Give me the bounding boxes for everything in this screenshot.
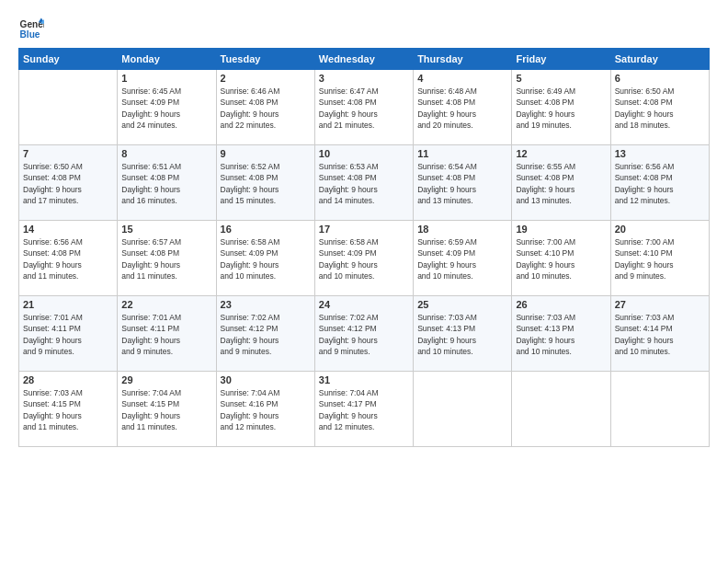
day-cell: 18Sunrise: 6:59 AMSunset: 4:09 PMDayligh… — [414, 221, 512, 296]
day-info: Sunrise: 6:59 AMSunset: 4:09 PMDaylight:… — [417, 236, 507, 282]
day-number: 28 — [23, 374, 113, 385]
day-number: 29 — [121, 374, 211, 385]
day-cell: 28Sunrise: 7:03 AMSunset: 4:15 PMDayligh… — [19, 372, 118, 447]
day-cell: 17Sunrise: 6:58 AMSunset: 4:09 PMDayligh… — [314, 221, 413, 296]
day-number: 18 — [417, 224, 507, 235]
day-number: 7 — [23, 148, 113, 159]
col-header-friday: Friday — [512, 49, 610, 70]
day-number: 27 — [615, 299, 705, 310]
day-cell: 23Sunrise: 7:02 AMSunset: 4:12 PMDayligh… — [216, 296, 314, 372]
day-number: 24 — [319, 299, 409, 310]
day-info: Sunrise: 6:54 AMSunset: 4:08 PMDaylight:… — [417, 161, 507, 206]
day-cell: 12Sunrise: 6:55 AMSunset: 4:08 PMDayligh… — [512, 145, 610, 221]
day-cell: 9Sunrise: 6:52 AMSunset: 4:08 PMDaylight… — [216, 145, 314, 221]
day-info: Sunrise: 6:49 AMSunset: 4:08 PMDaylight:… — [516, 86, 606, 131]
logo-icon: General Blue — [18, 17, 44, 42]
day-number: 14 — [23, 224, 113, 235]
col-header-wednesday: Wednesday — [314, 49, 413, 70]
day-number: 1 — [121, 73, 211, 84]
day-number: 30 — [221, 374, 311, 385]
day-cell: 13Sunrise: 6:56 AMSunset: 4:08 PMDayligh… — [610, 145, 709, 221]
day-info: Sunrise: 7:03 AMSunset: 4:13 PMDaylight:… — [417, 312, 507, 357]
day-number: 9 — [221, 148, 311, 159]
day-cell: 7Sunrise: 6:50 AMSunset: 4:08 PMDaylight… — [19, 145, 118, 221]
col-header-thursday: Thursday — [414, 49, 512, 70]
day-cell: 21Sunrise: 7:01 AMSunset: 4:11 PMDayligh… — [19, 296, 118, 372]
day-cell: 15Sunrise: 6:57 AMSunset: 4:08 PMDayligh… — [118, 221, 216, 296]
day-info: Sunrise: 7:03 AMSunset: 4:14 PMDaylight:… — [615, 312, 705, 357]
day-info: Sunrise: 7:02 AMSunset: 4:12 PMDaylight:… — [221, 312, 311, 357]
day-info: Sunrise: 6:45 AMSunset: 4:09 PMDaylight:… — [121, 86, 211, 131]
week-row-1: 1Sunrise: 6:45 AMSunset: 4:09 PMDaylight… — [19, 70, 710, 145]
day-cell: 8Sunrise: 6:51 AMSunset: 4:08 PMDaylight… — [118, 145, 216, 221]
day-number: 5 — [516, 73, 606, 84]
day-info: Sunrise: 7:01 AMSunset: 4:11 PMDaylight:… — [121, 312, 211, 357]
day-cell: 14Sunrise: 6:56 AMSunset: 4:08 PMDayligh… — [19, 221, 118, 296]
page: General Blue SundayMondayTuesdayWednesda… — [0, 0, 728, 563]
day-info: Sunrise: 7:04 AMSunset: 4:15 PMDaylight:… — [121, 387, 211, 432]
day-info: Sunrise: 6:55 AMSunset: 4:08 PMDaylight:… — [516, 161, 606, 206]
day-cell: 4Sunrise: 6:48 AMSunset: 4:08 PMDaylight… — [414, 70, 512, 145]
week-row-4: 21Sunrise: 7:01 AMSunset: 4:11 PMDayligh… — [19, 296, 710, 372]
day-cell: 5Sunrise: 6:49 AMSunset: 4:08 PMDaylight… — [512, 70, 610, 145]
day-number: 22 — [121, 299, 211, 310]
day-number: 4 — [417, 73, 507, 84]
svg-text:Blue: Blue — [20, 29, 40, 40]
day-info: Sunrise: 6:57 AMSunset: 4:08 PMDaylight:… — [121, 236, 211, 282]
day-cell: 27Sunrise: 7:03 AMSunset: 4:14 PMDayligh… — [610, 296, 709, 372]
day-number: 6 — [615, 73, 705, 84]
day-info: Sunrise: 6:51 AMSunset: 4:08 PMDaylight:… — [121, 161, 211, 206]
day-info: Sunrise: 7:00 AMSunset: 4:10 PMDaylight:… — [615, 236, 705, 282]
day-info: Sunrise: 6:53 AMSunset: 4:08 PMDaylight:… — [319, 161, 409, 206]
day-number: 20 — [615, 224, 705, 235]
day-cell: 2Sunrise: 6:46 AMSunset: 4:08 PMDaylight… — [216, 70, 314, 145]
day-number: 21 — [23, 299, 113, 310]
day-number: 12 — [516, 148, 606, 159]
day-info: Sunrise: 6:48 AMSunset: 4:08 PMDaylight:… — [417, 86, 507, 131]
header-row: SundayMondayTuesdayWednesdayThursdayFrid… — [19, 49, 710, 70]
week-row-3: 14Sunrise: 6:56 AMSunset: 4:08 PMDayligh… — [19, 221, 710, 296]
day-cell: 3Sunrise: 6:47 AMSunset: 4:08 PMDaylight… — [314, 70, 413, 145]
day-cell: 29Sunrise: 7:04 AMSunset: 4:15 PMDayligh… — [118, 372, 216, 447]
day-info: Sunrise: 7:03 AMSunset: 4:13 PMDaylight:… — [516, 312, 606, 357]
day-number: 13 — [615, 148, 705, 159]
header: General Blue — [18, 17, 710, 42]
day-cell: 16Sunrise: 6:58 AMSunset: 4:09 PMDayligh… — [216, 221, 314, 296]
day-info: Sunrise: 6:56 AMSunset: 4:08 PMDaylight:… — [23, 236, 113, 282]
day-cell: 30Sunrise: 7:04 AMSunset: 4:16 PMDayligh… — [216, 372, 314, 447]
day-info: Sunrise: 7:01 AMSunset: 4:11 PMDaylight:… — [23, 312, 113, 357]
day-cell: 6Sunrise: 6:50 AMSunset: 4:08 PMDaylight… — [610, 70, 709, 145]
day-number: 11 — [417, 148, 507, 159]
week-row-2: 7Sunrise: 6:50 AMSunset: 4:08 PMDaylight… — [19, 145, 710, 221]
day-info: Sunrise: 7:00 AMSunset: 4:10 PMDaylight:… — [516, 236, 606, 282]
day-cell: 25Sunrise: 7:03 AMSunset: 4:13 PMDayligh… — [414, 296, 512, 372]
day-info: Sunrise: 7:04 AMSunset: 4:16 PMDaylight:… — [221, 387, 311, 432]
day-number: 23 — [221, 299, 311, 310]
day-info: Sunrise: 7:03 AMSunset: 4:15 PMDaylight:… — [23, 387, 113, 432]
day-number: 3 — [319, 73, 409, 84]
day-number: 19 — [516, 224, 606, 235]
day-info: Sunrise: 6:52 AMSunset: 4:08 PMDaylight:… — [221, 161, 311, 206]
day-info: Sunrise: 6:46 AMSunset: 4:08 PMDaylight:… — [221, 86, 311, 131]
logo: General Blue — [18, 17, 44, 42]
day-cell: 10Sunrise: 6:53 AMSunset: 4:08 PMDayligh… — [314, 145, 413, 221]
day-number: 2 — [221, 73, 311, 84]
day-cell: 20Sunrise: 7:00 AMSunset: 4:10 PMDayligh… — [610, 221, 709, 296]
day-number: 26 — [516, 299, 606, 310]
day-info: Sunrise: 6:58 AMSunset: 4:09 PMDaylight:… — [221, 236, 311, 282]
day-cell: 19Sunrise: 7:00 AMSunset: 4:10 PMDayligh… — [512, 221, 610, 296]
day-info: Sunrise: 6:50 AMSunset: 4:08 PMDaylight:… — [615, 86, 705, 131]
day-cell — [414, 372, 512, 447]
day-info: Sunrise: 7:02 AMSunset: 4:12 PMDaylight:… — [319, 312, 409, 357]
day-cell — [512, 372, 610, 447]
day-info: Sunrise: 6:50 AMSunset: 4:08 PMDaylight:… — [23, 161, 113, 206]
day-cell: 26Sunrise: 7:03 AMSunset: 4:13 PMDayligh… — [512, 296, 610, 372]
day-number: 31 — [319, 374, 409, 385]
day-cell: 24Sunrise: 7:02 AMSunset: 4:12 PMDayligh… — [314, 296, 413, 372]
day-cell: 31Sunrise: 7:04 AMSunset: 4:17 PMDayligh… — [314, 372, 413, 447]
day-cell: 1Sunrise: 6:45 AMSunset: 4:09 PMDaylight… — [118, 70, 216, 145]
day-info: Sunrise: 7:04 AMSunset: 4:17 PMDaylight:… — [319, 387, 409, 432]
day-info: Sunrise: 6:58 AMSunset: 4:09 PMDaylight:… — [319, 236, 409, 282]
day-info: Sunrise: 6:56 AMSunset: 4:08 PMDaylight:… — [615, 161, 705, 206]
col-header-saturday: Saturday — [610, 49, 709, 70]
